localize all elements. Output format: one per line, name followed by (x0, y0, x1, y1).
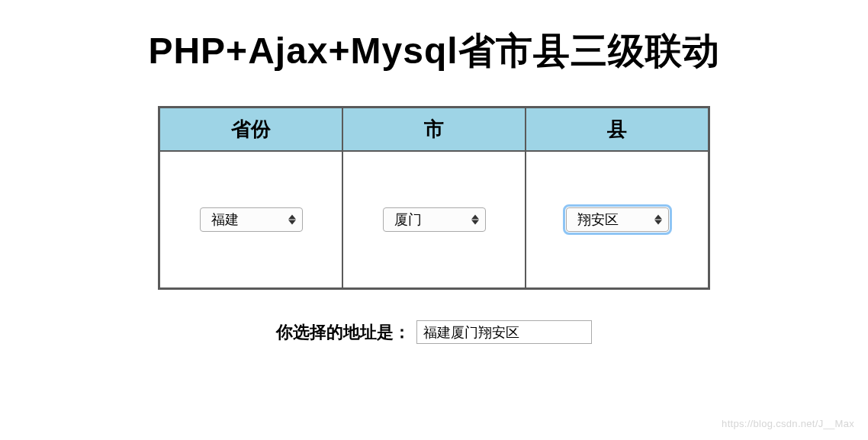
table-select-row: 福建 厦门 翔安区 (159, 151, 709, 288)
page-title: PHP+Ajax+Mysql省市县三级联动 (0, 27, 868, 75)
result-input[interactable] (416, 320, 592, 344)
region-table: 省份 市 县 福建 厦门 (158, 106, 710, 290)
result-row: 你选择的地址是： (0, 320, 868, 344)
table-header-row: 省份 市 县 (159, 108, 709, 151)
header-county: 县 (526, 108, 709, 151)
header-province: 省份 (159, 108, 342, 151)
cell-province: 福建 (159, 151, 342, 288)
province-select[interactable]: 福建 (200, 207, 303, 232)
city-select-value: 厦门 (394, 212, 422, 227)
cell-city: 厦门 (342, 151, 526, 288)
select-arrows-icon (471, 215, 479, 225)
select-arrows-icon (654, 215, 662, 225)
county-select[interactable]: 翔安区 (566, 207, 669, 232)
select-arrows-icon (288, 215, 296, 225)
cell-county: 翔安区 (526, 151, 709, 288)
watermark-text: https://blog.csdn.net/J__Max (722, 418, 854, 429)
result-label: 你选择的地址是： (276, 321, 410, 344)
county-select-value: 翔安区 (577, 212, 619, 227)
city-select[interactable]: 厦门 (383, 207, 486, 232)
header-city: 市 (342, 108, 526, 151)
province-select-value: 福建 (211, 212, 239, 227)
